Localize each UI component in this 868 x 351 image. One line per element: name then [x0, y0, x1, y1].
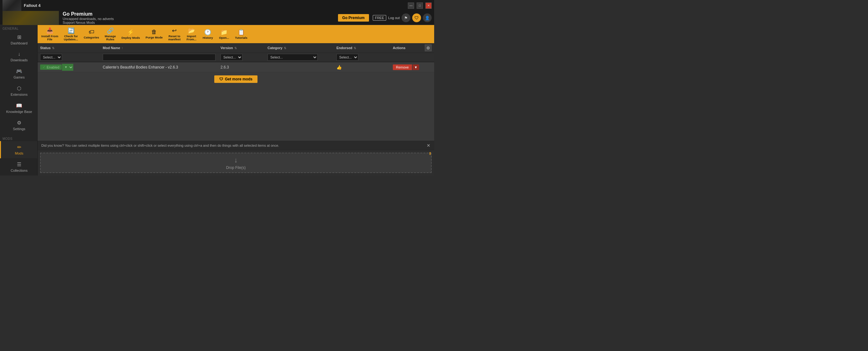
sidebar-item-mods[interactable]: ✏ Mods	[0, 141, 37, 158]
check-for-updates-button[interactable]: 🔄 Check forUpdates...	[61, 26, 81, 42]
status-sort-icon[interactable]: ⇅	[52, 46, 55, 50]
sidebar-label-games: Games	[13, 75, 25, 79]
thumbs-up-icon[interactable]: 👍	[336, 65, 342, 70]
check-updates-icon: 🔄	[68, 27, 74, 34]
open-label: Open...	[219, 36, 229, 39]
collections-icon: ☰	[17, 162, 21, 167]
logout-button[interactable]: Log out	[388, 16, 400, 20]
table-settings-button[interactable]: ⚙	[425, 44, 432, 51]
drop-text: Drop File(s)	[226, 166, 246, 170]
mod-actions-cell: Remove ▼	[390, 64, 434, 70]
modname-sort-icon[interactable]: ↑	[122, 46, 123, 50]
user-menu-icon[interactable]: 👤	[423, 13, 432, 22]
col-header-category: Category ⇅	[265, 44, 334, 51]
endorsed-sort-icon[interactable]: ⇅	[354, 46, 356, 50]
category-filter-select[interactable]: Select...	[268, 54, 318, 61]
version-sort-icon[interactable]: ⇅	[234, 46, 237, 50]
dashboard-icon: ⊞	[17, 34, 21, 40]
deploy-mods-label: Deploy Mods	[122, 36, 140, 39]
remove-button[interactable]: Remove	[393, 64, 412, 70]
mods-section-label: Mods	[0, 135, 37, 141]
manage-rules-icon: 🔗	[107, 27, 114, 34]
open-icon: 📁	[220, 29, 227, 36]
titlebar-left: Fallout 4	[2, 0, 40, 11]
tutorials-icon: 📋	[238, 29, 245, 36]
open-button[interactable]: 📁 Open...	[216, 26, 232, 42]
notifications-icon[interactable]: ⚑	[402, 13, 410, 22]
status-filter-select[interactable]: Select...	[40, 54, 62, 61]
categories-label: Categories	[84, 36, 99, 39]
get-more-mods-button[interactable]: 🛡 Get more mods	[214, 75, 257, 83]
sidebar-item-collections[interactable]: ☰ Collections	[0, 158, 37, 176]
avatar-icon[interactable]: 🛡	[412, 13, 421, 22]
version-filter-select[interactable]: Select...	[220, 54, 243, 61]
purge-mode-button[interactable]: 🗑 Purge Mode	[143, 26, 165, 42]
titlebar-controls: — □ ✕	[408, 2, 432, 9]
deploy-mods-button[interactable]: ⚡ Deploy Mods	[119, 26, 143, 42]
info-close-button[interactable]: ✕	[427, 143, 430, 148]
sidebar-item-settings[interactable]: ⚙ Settings	[0, 117, 37, 134]
sidebar-item-dashboard[interactable]: ⊞ Dashboard	[0, 31, 37, 48]
drop-zone[interactable]: ↓ Drop File(s)	[40, 153, 432, 173]
install-from-file-button[interactable]: 📥 Install FromFile	[39, 26, 61, 42]
top-right-controls: FREE Log out ⚑ 🛡 👤	[373, 13, 432, 22]
mod-name-cell: Caliente's Beautiful Bodies Enhancer - v…	[100, 65, 218, 69]
table-header: Status ⇅ Mod Name ↑ Version ⇅ Category ⇅…	[38, 43, 434, 53]
category-sort-icon[interactable]: ⇅	[284, 46, 286, 50]
mod-endorsed-cell: 👍	[334, 65, 390, 70]
downloads-icon: ↓	[18, 51, 20, 57]
import-from-icon: 📂	[188, 27, 195, 34]
history-label: History	[203, 36, 213, 39]
settings-icon: ⚙	[17, 120, 21, 126]
premium-title: Go Premium	[63, 11, 334, 17]
modname-filter-cell	[100, 54, 218, 61]
manage-rules-button[interactable]: 🔗 ManageRules	[102, 26, 118, 42]
reset-to-manifest-button[interactable]: ↩ Reset tomanifest	[166, 26, 183, 42]
sidebar-item-games[interactable]: 🎮 Games	[0, 65, 37, 82]
mods-area: Status ⇅ Mod Name ↑ Version ⇅ Category ⇅…	[38, 43, 434, 141]
minimize-button[interactable]: —	[408, 2, 414, 9]
game-title: Fallout 4	[24, 3, 40, 8]
maximize-button[interactable]: □	[416, 2, 423, 9]
status-filter-cell: Select...	[38, 54, 100, 61]
tutorials-button[interactable]: 📋 Tutorials	[232, 26, 250, 42]
col-header-status: Status ⇅	[38, 44, 100, 51]
table-row: ✓ Enabled ▼ Caliente's Beautiful Bodies …	[38, 62, 434, 72]
history-button[interactable]: 🕐 History	[200, 26, 216, 42]
version-filter-cell: Select...	[218, 54, 265, 61]
close-button[interactable]: ✕	[425, 2, 432, 9]
premium-subtitle: Uncapped downloads, no adverts Support N…	[63, 17, 334, 25]
go-premium-button[interactable]: Go Premium	[338, 14, 369, 22]
sidebar-item-downloads[interactable]: ↓ Downloads	[0, 48, 37, 65]
col-header-actions: Actions ⚙	[390, 44, 434, 51]
history-icon: 🕐	[204, 29, 211, 36]
enabled-label: Enabled	[47, 65, 59, 69]
nexus-icon: 🛡	[219, 77, 223, 81]
drop-zone-expand-button[interactable]: ⬆	[429, 151, 432, 156]
drop-zone-container: ⬆ ↓ Drop File(s)	[38, 150, 434, 176]
mod-name-text: Caliente's Beautiful Bodies Enhancer - v…	[103, 65, 178, 69]
categories-icon: 🏷	[89, 29, 94, 35]
check-updates-label: Check forUpdates...	[64, 35, 78, 41]
remove-dropdown-button[interactable]: ▼	[412, 64, 419, 70]
endorsed-filter-cell: Select...	[334, 54, 390, 61]
sidebar-item-extensions[interactable]: ⬡ Extensions	[0, 82, 37, 100]
sidebar: General ⊞ Dashboard ↓ Downloads 🎮 Games …	[0, 25, 38, 176]
games-icon: 🎮	[16, 68, 22, 74]
import-from-button[interactable]: 📂 ImportFrom...	[184, 26, 199, 42]
mod-version-text: 2.6.3	[220, 65, 229, 69]
toolbar: 📥 Install FromFile 🔄 Check forUpdates...…	[38, 25, 434, 43]
sidebar-label-mods: Mods	[15, 151, 24, 155]
modname-filter-input[interactable]	[103, 54, 216, 61]
import-from-label: ImportFrom...	[186, 35, 196, 41]
content-area: 📥 Install FromFile 🔄 Check forUpdates...…	[38, 25, 434, 176]
mod-version-cell: 2.6.3	[218, 65, 265, 69]
sidebar-label-knowledge-base: Knowledge Base	[6, 110, 32, 113]
endorsed-filter-select[interactable]: Select...	[336, 54, 358, 61]
premium-banner-image	[2, 11, 59, 25]
sidebar-item-knowledge-base[interactable]: 📖 Knowledge Base	[0, 100, 37, 117]
category-filter-cell: Select...	[265, 54, 334, 61]
check-icon: ✓	[42, 65, 45, 69]
enabled-dropdown[interactable]: ▼	[62, 64, 73, 71]
categories-button[interactable]: 🏷 Categories	[81, 26, 101, 42]
